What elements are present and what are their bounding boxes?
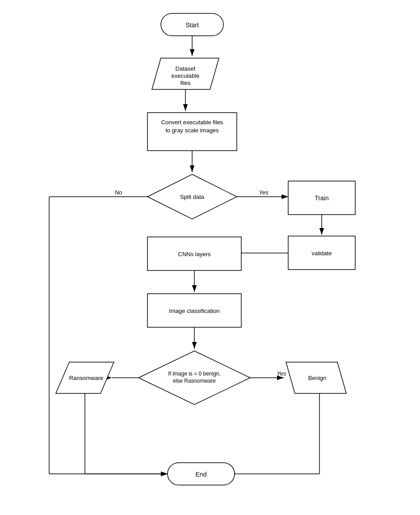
svg-text:Dataset: Dataset — [176, 65, 196, 72]
flowchart-diagram: Start Dataset executable files Convert e… — [0, 0, 420, 515]
svg-text:Image classification: Image classification — [169, 308, 219, 314]
svg-text:to gray scale images: to gray scale images — [165, 127, 219, 134]
svg-text:Benign: Benign — [308, 375, 326, 381]
svg-text:Start: Start — [185, 21, 199, 29]
svg-text:Yes: Yes — [277, 370, 286, 377]
svg-text:Convert executable files: Convert executable files — [161, 119, 223, 126]
svg-text:Split data: Split data — [180, 194, 205, 200]
svg-text:files: files — [180, 80, 191, 86]
svg-text:CNNs layers: CNNs layers — [178, 251, 211, 258]
svg-text:No: No — [115, 189, 122, 196]
svg-text:executable: executable — [172, 72, 200, 79]
svg-text:validate: validate — [312, 250, 332, 257]
svg-text:Yes: Yes — [259, 189, 269, 196]
svg-text:End: End — [196, 471, 207, 478]
svg-text:Ransomware: Ransomware — [69, 375, 104, 381]
svg-text:If image is = 0 benign,: If image is = 0 benign, — [168, 371, 221, 377]
svg-text:Train: Train — [315, 194, 328, 202]
svg-text:else Rasnomware: else Rasnomware — [173, 378, 216, 384]
